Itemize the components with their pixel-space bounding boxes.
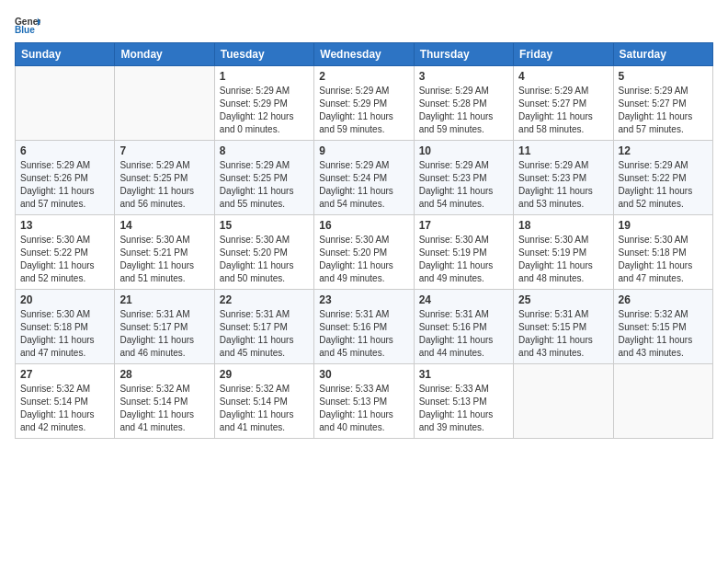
calendar-cell: 10Sunrise: 5:29 AM Sunset: 5:23 PM Dayli…	[414, 141, 513, 215]
day-number: 25	[518, 293, 608, 306]
day-detail: Sunrise: 5:29 AM Sunset: 5:25 PM Dayligh…	[119, 159, 209, 211]
day-detail: Sunrise: 5:30 AM Sunset: 5:19 PM Dayligh…	[419, 234, 508, 285]
calendar-cell	[16, 66, 115, 141]
calendar-cell: 22Sunrise: 5:31 AM Sunset: 5:17 PM Dayli…	[214, 290, 313, 364]
calendar-cell	[514, 364, 613, 439]
calendar-cell: 5Sunrise: 5:29 AM Sunset: 5:27 PM Daylig…	[613, 66, 712, 141]
day-number: 30	[319, 368, 408, 381]
day-detail: Sunrise: 5:32 AM Sunset: 5:14 PM Dayligh…	[20, 383, 109, 434]
calendar-cell: 26Sunrise: 5:32 AM Sunset: 5:15 PM Dayli…	[613, 290, 712, 364]
day-detail: Sunrise: 5:33 AM Sunset: 5:13 PM Dayligh…	[319, 383, 408, 434]
calendar-cell: 12Sunrise: 5:29 AM Sunset: 5:22 PM Dayli…	[613, 141, 712, 215]
calendar-cell: 28Sunrise: 5:32 AM Sunset: 5:14 PM Dayli…	[115, 364, 214, 439]
day-detail: Sunrise: 5:29 AM Sunset: 5:23 PM Dayligh…	[518, 159, 608, 211]
calendar-cell: 30Sunrise: 5:33 AM Sunset: 5:13 PM Dayli…	[314, 364, 414, 439]
calendar-cell: 21Sunrise: 5:31 AM Sunset: 5:17 PM Dayli…	[115, 290, 214, 364]
calendar-cell: 18Sunrise: 5:30 AM Sunset: 5:19 PM Dayli…	[514, 215, 613, 290]
day-number: 16	[319, 219, 408, 232]
day-detail: Sunrise: 5:32 AM Sunset: 5:15 PM Dayligh…	[619, 308, 708, 360]
calendar-cell: 17Sunrise: 5:30 AM Sunset: 5:19 PM Dayli…	[414, 215, 513, 290]
day-detail: Sunrise: 5:32 AM Sunset: 5:14 PM Dayligh…	[119, 383, 209, 434]
day-detail: Sunrise: 5:29 AM Sunset: 5:25 PM Dayligh…	[220, 159, 309, 211]
day-detail: Sunrise: 5:31 AM Sunset: 5:17 PM Dayligh…	[119, 308, 209, 360]
page-header: General Blue	[15, 15, 713, 35]
day-number: 11	[518, 144, 608, 157]
calendar-cell: 14Sunrise: 5:30 AM Sunset: 5:21 PM Dayli…	[115, 215, 214, 290]
day-number: 21	[119, 293, 209, 306]
day-detail: Sunrise: 5:30 AM Sunset: 5:20 PM Dayligh…	[319, 234, 408, 285]
day-number: 23	[319, 293, 408, 306]
calendar-cell: 11Sunrise: 5:29 AM Sunset: 5:23 PM Dayli…	[514, 141, 613, 215]
calendar-col-header: Saturday	[613, 43, 712, 66]
calendar-cell: 29Sunrise: 5:32 AM Sunset: 5:14 PM Dayli…	[214, 364, 313, 439]
day-number: 17	[419, 219, 508, 232]
day-detail: Sunrise: 5:30 AM Sunset: 5:22 PM Dayligh…	[20, 234, 109, 285]
day-detail: Sunrise: 5:31 AM Sunset: 5:16 PM Dayligh…	[419, 308, 508, 360]
calendar-cell: 2Sunrise: 5:29 AM Sunset: 5:29 PM Daylig…	[314, 66, 414, 141]
day-detail: Sunrise: 5:29 AM Sunset: 5:28 PM Dayligh…	[419, 85, 508, 136]
day-detail: Sunrise: 5:30 AM Sunset: 5:18 PM Dayligh…	[20, 308, 109, 360]
day-detail: Sunrise: 5:31 AM Sunset: 5:16 PM Dayligh…	[319, 308, 408, 360]
day-detail: Sunrise: 5:30 AM Sunset: 5:21 PM Dayligh…	[119, 234, 209, 285]
day-number: 1	[220, 70, 309, 83]
calendar-col-header: Thursday	[414, 43, 513, 66]
day-number: 29	[220, 368, 309, 381]
calendar-cell: 23Sunrise: 5:31 AM Sunset: 5:16 PM Dayli…	[314, 290, 414, 364]
calendar-cell: 19Sunrise: 5:30 AM Sunset: 5:18 PM Dayli…	[613, 215, 712, 290]
day-detail: Sunrise: 5:30 AM Sunset: 5:19 PM Dayligh…	[518, 234, 608, 285]
day-detail: Sunrise: 5:29 AM Sunset: 5:29 PM Dayligh…	[220, 85, 309, 136]
logo-icon: General Blue	[15, 15, 40, 35]
day-detail: Sunrise: 5:29 AM Sunset: 5:24 PM Dayligh…	[319, 159, 408, 211]
calendar-week-row: 1Sunrise: 5:29 AM Sunset: 5:29 PM Daylig…	[16, 66, 713, 141]
day-detail: Sunrise: 5:29 AM Sunset: 5:26 PM Dayligh…	[20, 159, 109, 211]
calendar-week-row: 27Sunrise: 5:32 AM Sunset: 5:14 PM Dayli…	[16, 364, 713, 439]
calendar-cell: 24Sunrise: 5:31 AM Sunset: 5:16 PM Dayli…	[414, 290, 513, 364]
day-detail: Sunrise: 5:32 AM Sunset: 5:14 PM Dayligh…	[220, 383, 309, 434]
day-number: 26	[619, 293, 708, 306]
day-number: 5	[619, 70, 708, 83]
day-detail: Sunrise: 5:30 AM Sunset: 5:18 PM Dayligh…	[619, 234, 708, 285]
day-number: 10	[419, 144, 508, 157]
logo: General Blue	[15, 15, 44, 35]
day-detail: Sunrise: 5:29 AM Sunset: 5:27 PM Dayligh…	[619, 85, 708, 136]
day-detail: Sunrise: 5:31 AM Sunset: 5:17 PM Dayligh…	[220, 308, 309, 360]
day-number: 31	[419, 368, 508, 381]
calendar-week-row: 6Sunrise: 5:29 AM Sunset: 5:26 PM Daylig…	[16, 141, 713, 215]
calendar-cell: 15Sunrise: 5:30 AM Sunset: 5:20 PM Dayli…	[214, 215, 313, 290]
day-number: 28	[119, 368, 209, 381]
calendar-cell: 7Sunrise: 5:29 AM Sunset: 5:25 PM Daylig…	[115, 141, 214, 215]
day-number: 9	[319, 144, 408, 157]
day-detail: Sunrise: 5:29 AM Sunset: 5:29 PM Dayligh…	[319, 85, 408, 136]
day-number: 20	[20, 293, 109, 306]
calendar-col-header: Tuesday	[214, 43, 313, 66]
calendar-week-row: 13Sunrise: 5:30 AM Sunset: 5:22 PM Dayli…	[16, 215, 713, 290]
calendar-week-row: 20Sunrise: 5:30 AM Sunset: 5:18 PM Dayli…	[16, 290, 713, 364]
calendar-cell: 8Sunrise: 5:29 AM Sunset: 5:25 PM Daylig…	[214, 141, 313, 215]
calendar-cell: 6Sunrise: 5:29 AM Sunset: 5:26 PM Daylig…	[16, 141, 115, 215]
day-number: 13	[20, 219, 109, 232]
day-detail: Sunrise: 5:31 AM Sunset: 5:15 PM Dayligh…	[518, 308, 608, 360]
calendar-cell	[115, 66, 214, 141]
calendar-cell: 1Sunrise: 5:29 AM Sunset: 5:29 PM Daylig…	[214, 66, 313, 141]
calendar-cell: 31Sunrise: 5:33 AM Sunset: 5:13 PM Dayli…	[414, 364, 513, 439]
svg-text:Blue: Blue	[15, 25, 35, 35]
calendar-body: 1Sunrise: 5:29 AM Sunset: 5:29 PM Daylig…	[16, 66, 713, 439]
calendar-cell: 16Sunrise: 5:30 AM Sunset: 5:20 PM Dayli…	[314, 215, 414, 290]
day-number: 3	[419, 70, 508, 83]
calendar-cell: 9Sunrise: 5:29 AM Sunset: 5:24 PM Daylig…	[314, 141, 414, 215]
day-number: 14	[119, 219, 209, 232]
day-number: 6	[20, 144, 109, 157]
day-number: 24	[419, 293, 508, 306]
day-number: 8	[220, 144, 309, 157]
calendar-cell: 27Sunrise: 5:32 AM Sunset: 5:14 PM Dayli…	[16, 364, 115, 439]
day-number: 7	[119, 144, 209, 157]
calendar-cell: 3Sunrise: 5:29 AM Sunset: 5:28 PM Daylig…	[414, 66, 513, 141]
day-detail: Sunrise: 5:30 AM Sunset: 5:20 PM Dayligh…	[220, 234, 309, 285]
day-number: 19	[619, 219, 708, 232]
day-number: 4	[518, 70, 608, 83]
day-number: 27	[20, 368, 109, 381]
day-detail: Sunrise: 5:33 AM Sunset: 5:13 PM Dayligh…	[419, 383, 508, 434]
calendar-cell: 20Sunrise: 5:30 AM Sunset: 5:18 PM Dayli…	[16, 290, 115, 364]
day-number: 22	[220, 293, 309, 306]
day-detail: Sunrise: 5:29 AM Sunset: 5:23 PM Dayligh…	[419, 159, 508, 211]
